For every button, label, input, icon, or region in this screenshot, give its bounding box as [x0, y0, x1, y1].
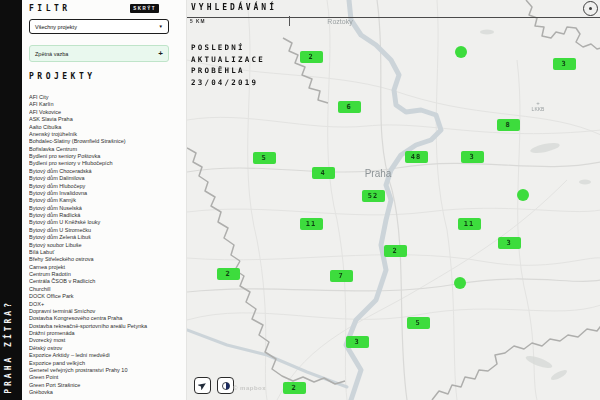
project-list-item[interactable]: Bohdalec-Slatiny (Brownfield Strašnice): [29, 138, 184, 145]
project-list-item[interactable]: Anenský trojúhelník: [29, 131, 184, 138]
map-cluster-badge[interactable]: 52: [362, 190, 385, 202]
project-list-item[interactable]: Green Point: [29, 374, 184, 381]
map-cluster-badge[interactable]: 2: [283, 382, 306, 394]
project-list-item[interactable]: Bytový dům U Kněžské louky: [29, 219, 184, 226]
project-list: AFI CityAFI KarlínAFI VokoviceASK Slavia…: [29, 94, 184, 396]
project-list-item[interactable]: Bytový dům Zelená Libuš: [29, 234, 184, 241]
project-list-item[interactable]: Centrála ČSOB v Radlicích: [29, 278, 184, 285]
map-cluster-badge[interactable]: 6: [338, 101, 361, 113]
map-cluster-badge[interactable]: 11: [300, 218, 323, 230]
project-list-item[interactable]: Bytový dům Choceradská: [29, 168, 184, 175]
app-window: PRAHA ZÍTRA? FILTR SKRÝT Všechny projekt…: [0, 0, 600, 400]
map-point-marker[interactable]: [455, 46, 467, 58]
project-list-item[interactable]: Dopravní terminál Smíchov: [29, 308, 184, 315]
map-cluster-badge[interactable]: 5: [253, 152, 276, 164]
project-list-item[interactable]: Expozice pand velkých: [29, 360, 184, 367]
half-filled-circle-icon: [221, 381, 231, 391]
projects-filter-dropdown[interactable]: Všechny projekty ▼: [29, 19, 169, 34]
filter-title: FILTR: [29, 4, 71, 13]
project-list-item[interactable]: Bydlení pro seniory Poštovka: [29, 153, 184, 160]
hide-filter-button[interactable]: SKRÝT: [130, 4, 159, 13]
map-cluster-badge[interactable]: 3: [461, 151, 484, 163]
map-cluster-badge[interactable]: 11: [458, 218, 481, 230]
project-list-item[interactable]: Dětský ostrov: [29, 345, 184, 352]
map-controls: [194, 377, 234, 394]
map-cluster-badge[interactable]: 7: [330, 270, 353, 282]
plus-icon: +: [158, 50, 163, 58]
paper-plane-icon: [198, 381, 207, 390]
project-list-item[interactable]: Bořislavka Centrum: [29, 146, 184, 153]
project-list-item[interactable]: DOCK Office Park: [29, 293, 184, 300]
locate-button[interactable]: [194, 377, 211, 394]
map-point-marker[interactable]: [517, 189, 529, 201]
project-list-item[interactable]: Bytový soubor Libuše: [29, 242, 184, 249]
project-list-item[interactable]: Churchill: [29, 286, 184, 293]
project-list-item[interactable]: Bydlení pro seniory v Hlubočepích: [29, 160, 184, 167]
project-list-item[interactable]: DOX+: [29, 301, 184, 308]
project-list-item[interactable]: Generel veřejných prostranství Prahy 10: [29, 367, 184, 374]
brand-vertical-label: PRAHA ZÍTRA?: [4, 300, 13, 394]
project-list-item[interactable]: AFI Vokovice: [29, 109, 184, 116]
filter-header-row: FILTR SKRÝT: [29, 4, 159, 13]
marker-layer: 2368548345211113227532: [187, 0, 600, 400]
project-list-item[interactable]: Bytový dům Kamýk: [29, 197, 184, 204]
map-cluster-badge[interactable]: 5: [407, 317, 430, 329]
project-list-item[interactable]: Bytový dům Radlická: [29, 212, 184, 219]
project-list-item[interactable]: Carnea projekt: [29, 264, 184, 271]
map-cluster-badge[interactable]: 3: [346, 336, 369, 348]
brand-bar: PRAHA ZÍTRA?: [0, 0, 22, 400]
project-list-item[interactable]: Expozice Arktidy – lední medvědi: [29, 352, 184, 359]
map-cluster-badge[interactable]: 2: [384, 245, 407, 257]
project-list-item[interactable]: Dostavba rekreačně-sportovního areálu Pe…: [29, 323, 184, 330]
map-cluster-badge[interactable]: 48: [405, 151, 428, 163]
mapbox-attribution[interactable]: © mapbox: [233, 385, 266, 391]
project-list-item[interactable]: Green Port Strašnice: [29, 382, 184, 389]
project-list-item[interactable]: Bytový dům U Stromečku: [29, 227, 184, 234]
project-list-item[interactable]: Bytový dům Dalimilova: [29, 175, 184, 182]
project-list-item[interactable]: ASK Slavia Praha: [29, 116, 184, 123]
map-cluster-badge[interactable]: 3: [498, 237, 521, 249]
map-point-marker[interactable]: [454, 277, 466, 289]
project-list-item[interactable]: Aalto Cibulka: [29, 124, 184, 131]
project-list-item[interactable]: AFI City: [29, 94, 184, 101]
map-cluster-badge[interactable]: 2: [217, 268, 240, 280]
map-style-toggle-button[interactable]: [217, 377, 234, 394]
project-list-item[interactable]: Dvorecký most: [29, 337, 184, 344]
map-cluster-badge[interactable]: 3: [553, 58, 576, 70]
project-list-item[interactable]: Centrum Radotín: [29, 271, 184, 278]
project-list-item[interactable]: Břehy Střeleckého ostrova: [29, 256, 184, 263]
map-canvas[interactable]: VYHLEDÁVÁNÍ 5 KM POSLEDNÍ AKTUALIZACE PR…: [186, 0, 600, 400]
project-list-item[interactable]: Grébovka: [29, 389, 184, 396]
feedback-button[interactable]: Zpětná vazba +: [29, 45, 169, 62]
map-cluster-badge[interactable]: 2: [300, 51, 323, 63]
feedback-label: Zpětná vazba: [35, 51, 68, 57]
project-list-item[interactable]: Bytový dům Nuselská: [29, 205, 184, 212]
project-list-item[interactable]: Bytový dům Invalidovna: [29, 190, 184, 197]
chevron-down-icon: ▼: [159, 24, 163, 29]
map-cluster-badge[interactable]: 4: [312, 167, 335, 179]
dropdown-selected-value: Všechny projekty: [35, 24, 77, 30]
filter-sidebar: FILTR SKRÝT Všechny projekty ▼ Zpětná va…: [22, 0, 186, 400]
projects-section-title: PROJEKTY: [29, 72, 96, 81]
project-list-item[interactable]: Drážní promenáda: [29, 330, 184, 337]
project-list-item[interactable]: Dostavba Kongresového centra Praha: [29, 315, 184, 322]
project-list-item[interactable]: AFI Karlín: [29, 101, 184, 108]
map-cluster-badge[interactable]: 8: [497, 119, 520, 131]
project-list-item[interactable]: Bytový dům Hlubočepy: [29, 183, 184, 190]
project-list-item[interactable]: Bílá Labuť: [29, 249, 184, 256]
